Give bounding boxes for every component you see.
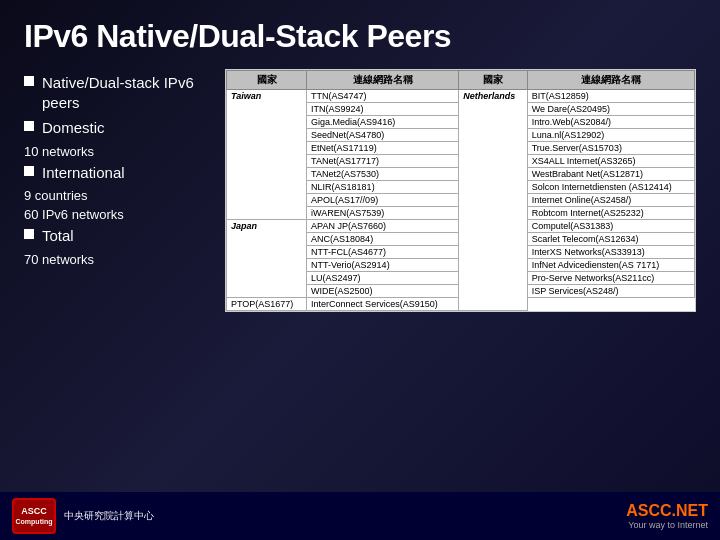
bullet-icon-1 bbox=[24, 76, 34, 86]
col-header-network2: 連線網路名稱 bbox=[527, 71, 694, 90]
country-taiwan: Taiwan bbox=[227, 90, 307, 220]
network-cell: ITN(AS9924) bbox=[307, 103, 459, 116]
network-cell: We Dare(AS20495) bbox=[527, 103, 694, 116]
bullet-icon-2 bbox=[24, 121, 34, 131]
network-cell: APOL(AS17//09) bbox=[307, 194, 459, 207]
bullet-label-1: Native/Dual-stack IPv6 peers bbox=[42, 73, 209, 112]
network-cell: Scarlet Telecom(AS12634) bbox=[527, 233, 694, 246]
bullet-total: Total bbox=[24, 226, 209, 246]
sub-bullet-label-1: 10 networks bbox=[24, 144, 94, 159]
slide: IPv6 Native/Dual-Stack Peers Native/Dual… bbox=[0, 0, 720, 540]
sub-bullet-label-4: 70 networks bbox=[24, 252, 94, 267]
network-cell: Solcon Internetdiensten (AS12414) bbox=[527, 181, 694, 194]
country-netherlands: Netherlands bbox=[459, 90, 527, 311]
sub-bullet-label-2: 9 countries bbox=[24, 188, 88, 203]
network-cell: BIT(AS12859) bbox=[527, 90, 694, 103]
network-cell: WestBrabant Net(AS12871) bbox=[527, 168, 694, 181]
bullet-label-3: International bbox=[42, 163, 125, 183]
bullet-label-2: Domestic bbox=[42, 118, 105, 138]
network-cell: TANet(AS17717) bbox=[307, 155, 459, 168]
peers-table: 國家 連線網路名稱 國家 連線網路名稱 Taiwan TTN(AS4747) N… bbox=[225, 69, 696, 312]
ascc-logo: ASCC Computing bbox=[12, 498, 56, 534]
sub-bullet-10networks: 10 networks bbox=[24, 144, 209, 159]
bullet-native-dual: Native/Dual-stack IPv6 peers bbox=[24, 73, 209, 112]
institute-name: 中央研究院計算中心 bbox=[64, 509, 154, 523]
bullet-label-4: Total bbox=[42, 226, 74, 246]
network-cell: LU(AS2497) bbox=[307, 272, 459, 285]
bullet-domestic: Domestic bbox=[24, 118, 209, 138]
tagline: Your way to Internet bbox=[628, 520, 708, 530]
sub-bullet-60networks: 60 IPv6 networks bbox=[24, 207, 209, 222]
network-cell: APAN JP(AS7660) bbox=[307, 220, 459, 233]
bottom-bar: ASCC Computing 中央研究院計算中心 ASCC.NET Your w… bbox=[0, 492, 720, 540]
network-cell: NLIR(AS18181) bbox=[307, 181, 459, 194]
network-cell: Giga.Media(AS9416) bbox=[307, 116, 459, 129]
network-cell: SeedNet(AS4780) bbox=[307, 129, 459, 142]
svg-text:Computing: Computing bbox=[16, 518, 53, 526]
col-header-country2: 國家 bbox=[459, 71, 527, 90]
sub-bullet-70networks: 70 networks bbox=[24, 252, 209, 267]
institute-name-cn: 中央研究院計算中心 bbox=[64, 509, 154, 523]
network-cell: Internet Online(AS2458/) bbox=[527, 194, 694, 207]
logo-right: ASCC.NET Your way to Internet bbox=[626, 502, 708, 530]
bullet-international: International bbox=[24, 163, 209, 183]
network-cell: XS4ALL Internet(AS3265) bbox=[527, 155, 694, 168]
network-cell: iWAREN(AS7539) bbox=[307, 207, 459, 220]
svg-text:ASCC: ASCC bbox=[21, 506, 47, 516]
network-cell: ISP Services(AS248/) bbox=[527, 285, 694, 298]
network-cell: True.Server(AS15703) bbox=[527, 142, 694, 155]
network-cell: PTOP(AS1677) bbox=[227, 298, 307, 311]
network-cell: Computel(AS31383) bbox=[527, 220, 694, 233]
network-cell: Luna.nl(AS12902) bbox=[527, 129, 694, 142]
sub-bullet-9countries: 9 countries bbox=[24, 188, 209, 203]
network-cell: Intro.Web(AS2084/) bbox=[527, 116, 694, 129]
country-japan: Japan bbox=[227, 220, 307, 298]
network-cell: InterXS Networks(AS33913) bbox=[527, 246, 694, 259]
network-cell: TANet2(AS7530) bbox=[307, 168, 459, 181]
network-cell: InterConnect Services(AS9150) bbox=[307, 298, 459, 311]
network-cell: InfNet Advicediensten(AS 7171) bbox=[527, 259, 694, 272]
network-cell: NTT-FCL(AS4677) bbox=[307, 246, 459, 259]
logo-left: ASCC Computing 中央研究院計算中心 bbox=[12, 498, 154, 534]
network-cell: ANC(AS18084) bbox=[307, 233, 459, 246]
svg-rect-0 bbox=[14, 500, 54, 532]
network-cell: Robtcom Internet(AS25232) bbox=[527, 207, 694, 220]
page-title: IPv6 Native/Dual-Stack Peers bbox=[24, 18, 696, 55]
network-cell: NTT-Verio(AS2914) bbox=[307, 259, 459, 272]
table-row: Taiwan TTN(AS4747) Netherlands BIT(AS128… bbox=[227, 90, 695, 103]
network-cell: EtNet(AS17119) bbox=[307, 142, 459, 155]
sub-bullet-label-3: 60 IPv6 networks bbox=[24, 207, 124, 222]
content-area: Native/Dual-stack IPv6 peers Domestic 10… bbox=[24, 69, 696, 312]
bullet-icon-3 bbox=[24, 166, 34, 176]
network-cell: TTN(AS4747) bbox=[307, 90, 459, 103]
col-header-network1: 連線網路名稱 bbox=[307, 71, 459, 90]
bullet-icon-4 bbox=[24, 229, 34, 239]
network-cell: WIDE(AS2500) bbox=[307, 285, 459, 298]
ascc-net-label: ASCC.NET bbox=[626, 502, 708, 520]
network-cell: Pro-Serve Networks(AS211cc) bbox=[527, 272, 694, 285]
bullets-panel: Native/Dual-stack IPv6 peers Domestic 10… bbox=[24, 69, 209, 271]
col-header-country1: 國家 bbox=[227, 71, 307, 90]
